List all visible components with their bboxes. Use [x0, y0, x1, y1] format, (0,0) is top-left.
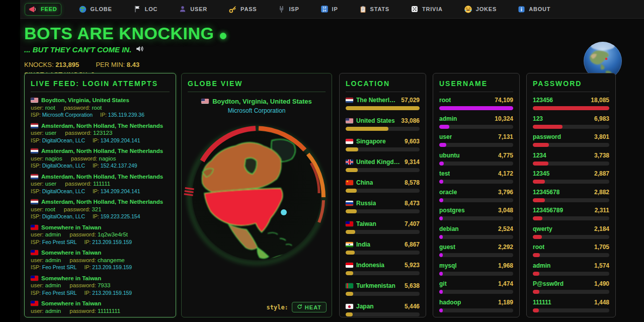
stat-count: 2,887 [594, 170, 609, 177]
feed-password: 7933 [98, 282, 111, 288]
bar-track [533, 143, 609, 147]
feed-location: Somewhere in Taiwan [41, 300, 101, 307]
feed-password: 11111111 [98, 308, 120, 314]
country-flag-icon [346, 283, 353, 288]
stat-label: 123456 [533, 97, 553, 104]
bar-fill [439, 106, 513, 110]
bar-track [439, 143, 513, 147]
stat-label: password [533, 133, 561, 140]
stat-label: Turkmenistan [356, 282, 395, 289]
bar-fill [533, 125, 562, 129]
stat-count: 33,086 [401, 117, 420, 124]
bar-fill [533, 216, 542, 220]
stat-row: admin 10,324 [439, 115, 513, 129]
stat-row: postgres 3,048 [439, 207, 513, 220]
stat-count: 7,131 [498, 133, 513, 140]
bar-fill [346, 127, 388, 131]
page-header: BOTS ARE KNOCKING ... BUT THEY CAN'T COM… [20, 19, 644, 80]
isp-label: ISP: [31, 239, 41, 245]
stat-label: 123 [533, 115, 543, 122]
stat-label: 111111 [533, 299, 551, 306]
nav-label: USER [190, 6, 207, 12]
ip-label: IP: [85, 290, 91, 296]
country-flag-icon [346, 263, 353, 268]
bar-fill [533, 143, 549, 147]
style-button-label: HEAT [305, 304, 321, 310]
bar-track [533, 216, 609, 220]
bar-fill [533, 290, 539, 294]
stat-row: P@ssw0rd 1,490 [533, 280, 609, 294]
stat-count: 1,189 [498, 299, 513, 306]
user-label: user: [31, 155, 44, 162]
speaker-icon[interactable] [135, 44, 144, 55]
user-label: user: [31, 105, 44, 111]
plug-icon [278, 6, 285, 13]
stat-row: hadoop 1,189 [439, 299, 513, 312]
stat-row: oracle 3,796 [439, 189, 513, 202]
nav-item-pass[interactable]: PASS [225, 4, 260, 15]
password-label: password: [64, 105, 90, 111]
nav-item-about[interactable]: ABOUT [514, 4, 554, 15]
stat-count: 9,603 [405, 138, 420, 145]
stat-label: 1234 [533, 152, 546, 159]
bar-fill [533, 272, 539, 276]
stat-count: 2,311 [595, 207, 609, 214]
nav-item-user[interactable]: USER [175, 4, 211, 15]
stat-label: 123123 [533, 317, 553, 317]
stat-row: Singapore 9,603 [346, 138, 420, 151]
live-feed-title: LIVE FEED: LOGIN ATTEMPTS [31, 79, 170, 88]
bar-track [533, 198, 609, 202]
feed-password: nagios [99, 155, 116, 162]
nav-label: FEED [41, 6, 57, 12]
nav-label: LOC [145, 6, 158, 12]
stat-label: qwerty [533, 225, 552, 232]
bar-track [346, 168, 420, 172]
bar-track [346, 127, 420, 131]
nav-item-isp[interactable]: ISP [274, 4, 302, 15]
nav-item-feed[interactable]: FEED [25, 4, 61, 15]
ip-label: IP: [93, 213, 99, 219]
stat-label: test [439, 170, 450, 177]
country-flag-icon [346, 118, 353, 123]
nav-label: STATS [370, 6, 389, 12]
stat-count: 6,867 [405, 241, 420, 248]
stat-label: Russia [356, 200, 376, 207]
feed-username: admin [45, 257, 61, 263]
bar-track [346, 189, 420, 193]
page-title: BOTS ARE KNOCKING [24, 24, 214, 43]
feed-location: Somewhere in Taiwan [41, 249, 101, 257]
bar-track [439, 106, 513, 110]
stat-count: 8,473 [405, 200, 420, 207]
bar-fill [346, 189, 357, 193]
heat-globe[interactable] [182, 113, 331, 281]
nav-item-loc[interactable]: LOC [130, 4, 162, 15]
bar-fill [346, 251, 355, 255]
feed-entry: Amsterdam, North Holland, The Netherland… [31, 122, 170, 144]
stat-row: 123456789 2,311 [533, 207, 609, 220]
stat-label: debian [439, 225, 459, 232]
nav-item-globe[interactable]: GLOBE [75, 4, 116, 15]
country-flag-icon [31, 276, 38, 281]
nav-item-jokes[interactable]: JOKES [460, 4, 500, 15]
password-list: 123456 18,085 123 6,983 password 3,801 1… [533, 97, 609, 317]
globe-view-panel: GLOBE VIEW Boydton, Virginia, United Sta… [181, 73, 332, 317]
feed-username: nagios [45, 155, 62, 162]
nav-item-ip[interactable]: 1234 IP [317, 4, 342, 15]
password-label: password: [69, 257, 96, 263]
nav-item-trivia[interactable]: TRIVIA [407, 4, 446, 15]
stat-count: 2,292 [498, 244, 513, 251]
feed-ip: 159.223.225.154 [101, 213, 140, 219]
isp-label: ISP: [31, 112, 41, 118]
bar-track [439, 235, 513, 239]
globe-icon [78, 5, 87, 14]
globe-style-button[interactable]: HEAT [292, 302, 327, 312]
bar-track [439, 290, 513, 294]
feed-isp: DigitalOcean, LLC [42, 213, 85, 219]
nav-item-stats[interactable]: STATS [356, 4, 393, 15]
stat-count: 1,448 [594, 299, 609, 306]
bar-track [533, 272, 609, 276]
globe-current-location: Boydton, Virginia, United States [212, 98, 312, 105]
bar-track [533, 125, 609, 129]
stat-count: 1,968 [498, 262, 513, 269]
isp-label: ISP: [31, 188, 41, 194]
